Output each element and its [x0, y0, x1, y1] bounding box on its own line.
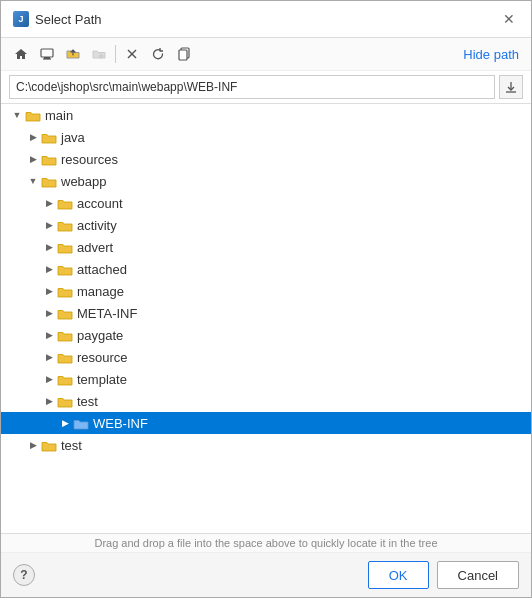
tree-item-label: resource [77, 350, 531, 365]
home-icon [14, 47, 28, 61]
title-bar: J Select Path ✕ [1, 1, 531, 38]
toggle-icon: ▶ [41, 330, 57, 340]
toggle-icon: ▶ [41, 198, 57, 208]
tree-item[interactable]: ▶ advert [1, 236, 531, 258]
new-folder-button[interactable] [87, 42, 111, 66]
folder-up-button[interactable] [61, 42, 85, 66]
download-icon [505, 81, 517, 93]
folder-icon [25, 107, 41, 123]
tree-item-label: resources [61, 152, 531, 167]
tree-item-label: webapp [61, 174, 531, 189]
path-bar [1, 71, 531, 104]
tree-item-label: attached [77, 262, 531, 277]
tree-item[interactable]: ▶ resource [1, 346, 531, 368]
drag-hint: Drag and drop a file into the space abov… [1, 534, 531, 553]
tree-item-label: java [61, 130, 531, 145]
tree-item[interactable]: ▼ main [1, 104, 531, 126]
tree-item-label: manage [77, 284, 531, 299]
folder-icon [73, 415, 89, 431]
folder-icon [57, 393, 73, 409]
tree-item[interactable]: ▶ resources [1, 148, 531, 170]
tree-item-label: account [77, 196, 531, 211]
ok-button[interactable]: OK [368, 561, 429, 589]
toggle-icon: ▶ [41, 308, 57, 318]
toolbar: Hide path [1, 38, 531, 71]
toolbar-buttons [9, 42, 196, 66]
new-folder-icon [92, 47, 106, 61]
folder-icon [57, 195, 73, 211]
tree-item-label: advert [77, 240, 531, 255]
toggle-icon: ▶ [41, 242, 57, 252]
toggle-icon: ▶ [25, 440, 41, 450]
toggle-icon: ▼ [25, 176, 41, 186]
help-button[interactable]: ? [13, 564, 35, 586]
title-bar-left: J Select Path [13, 11, 102, 27]
tree-item[interactable]: ▶ manage [1, 280, 531, 302]
dialog-title: Select Path [35, 12, 102, 27]
path-expand-button[interactable] [499, 75, 523, 99]
folder-icon [57, 371, 73, 387]
toggle-icon: ▶ [41, 352, 57, 362]
refresh-icon [151, 47, 165, 61]
tree-item[interactable]: ▶ WEB-INF [1, 412, 531, 434]
tree-item-label: WEB-INF [93, 416, 531, 431]
tree-item[interactable]: ▶ META-INF [1, 302, 531, 324]
folder-icon [57, 239, 73, 255]
tree-item-label: main [45, 108, 531, 123]
tree-item[interactable]: ▶ account [1, 192, 531, 214]
folder-icon [57, 327, 73, 343]
tree-item[interactable]: ▶ attached [1, 258, 531, 280]
close-button[interactable]: ✕ [499, 9, 519, 29]
path-input[interactable] [9, 75, 495, 99]
toggle-icon: ▶ [25, 132, 41, 142]
tree-item[interactable]: ▶ template [1, 368, 531, 390]
toggle-icon: ▶ [57, 418, 73, 428]
tree-item[interactable]: ▶ paygate [1, 324, 531, 346]
folder-icon [57, 217, 73, 233]
toggle-icon: ▶ [25, 154, 41, 164]
toggle-icon: ▶ [41, 286, 57, 296]
delete-button[interactable] [120, 42, 144, 66]
desktop-icon [40, 47, 54, 61]
folder-icon [41, 437, 57, 453]
toggle-icon: ▶ [41, 374, 57, 384]
toolbar-separator [115, 45, 116, 63]
svg-rect-0 [41, 49, 53, 57]
refresh-button[interactable] [146, 42, 170, 66]
copy-icon [177, 47, 191, 61]
toggle-icon: ▶ [41, 220, 57, 230]
toggle-icon: ▶ [41, 264, 57, 274]
desktop-button[interactable] [35, 42, 59, 66]
dialog-icon: J [13, 11, 29, 27]
delete-icon [125, 47, 139, 61]
copy-button[interactable] [172, 42, 196, 66]
tree-item[interactable]: ▶ test [1, 434, 531, 456]
tree-item[interactable]: ▶ test [1, 390, 531, 412]
tree-item-label: template [77, 372, 531, 387]
folder-icon [57, 349, 73, 365]
home-button[interactable] [9, 42, 33, 66]
tree-item-label: activity [77, 218, 531, 233]
svg-rect-6 [179, 50, 187, 60]
cancel-button[interactable]: Cancel [437, 561, 519, 589]
footer: ? OK Cancel [1, 553, 531, 597]
hide-path-button[interactable]: Hide path [459, 45, 523, 64]
footer-buttons: OK Cancel [368, 561, 519, 589]
folder-icon [41, 173, 57, 189]
tree-item-label: paygate [77, 328, 531, 343]
tree-item-label: META-INF [77, 306, 531, 321]
tree-item-label: test [77, 394, 531, 409]
folder-icon [57, 305, 73, 321]
toggle-icon: ▶ [41, 396, 57, 406]
folder-up-icon [66, 47, 80, 61]
folder-icon [57, 283, 73, 299]
tree-item[interactable]: ▼ webapp [1, 170, 531, 192]
tree-item[interactable]: ▶ activity [1, 214, 531, 236]
folder-tree[interactable]: ▼ main▶ java▶ resources▼ webapp▶ account… [1, 104, 531, 534]
tree-item[interactable]: ▶ java [1, 126, 531, 148]
folder-icon [41, 151, 57, 167]
folder-icon [57, 261, 73, 277]
folder-icon [41, 129, 57, 145]
toggle-icon: ▼ [9, 110, 25, 120]
select-path-dialog: J Select Path ✕ [0, 0, 532, 598]
